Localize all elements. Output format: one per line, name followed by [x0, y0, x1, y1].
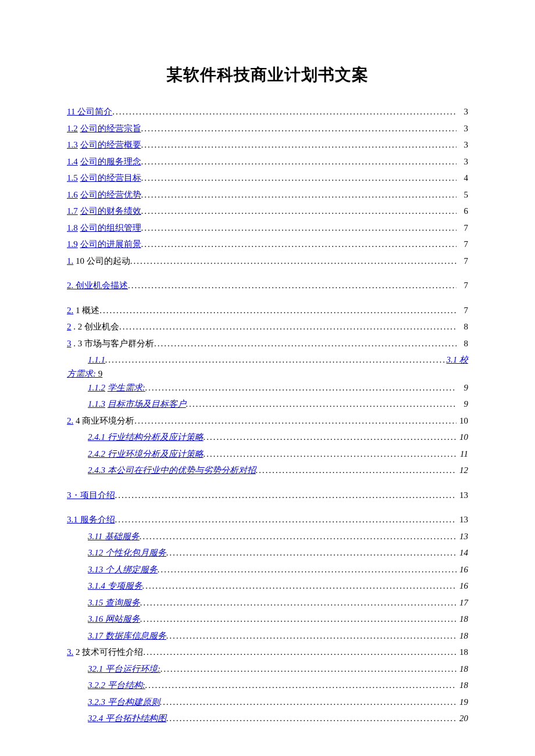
toc-entry: 1.4 公司的服务理念3 [67, 153, 468, 170]
toc-page-number: 10 [456, 429, 468, 446]
toc-page-number: 17 [456, 594, 468, 611]
toc-link[interactable]: 公司的组织管理 [80, 223, 141, 232]
toc-entry-label: 1.1.3 目标市场及目标客户 [88, 396, 186, 413]
toc-entry-label: 3.1 服务介绍 [67, 511, 115, 528]
toc-link[interactable]: 3 [88, 664, 92, 673]
toc-link[interactable]: 3. [67, 647, 73, 657]
toc-link[interactable]: 1.7 [67, 206, 78, 216]
toc-link[interactable]: 1.2 [67, 124, 78, 133]
document-page: 某软件科技商业计划书文案 11 公司简介31.2 公司的经营宗旨31.3 公司的… [0, 0, 535, 756]
toc-link[interactable]: 3 [67, 339, 72, 348]
toc-entry-label: 1. 10 公司的起动 [67, 253, 130, 270]
toc-entry: 2.4.3 本公司在行业中的优势与劣势分析对招12 [67, 462, 468, 479]
toc-entry-label: 1.4 公司的服务理念 [67, 153, 141, 170]
toc-label-plain: . 2 创业机会 [72, 322, 120, 331]
toc-link[interactable]: 3.1.4 专项服务 [88, 581, 142, 590]
toc-link[interactable]: 公司的经营宗旨 [80, 124, 141, 133]
toc-entry: 3.17 数据库信息服务18 [67, 628, 468, 644]
toc-link[interactable]: 3.16 网站服务 [88, 614, 140, 624]
toc-link[interactable]: 1.9 [67, 239, 78, 249]
toc-page-number: 7 [456, 253, 468, 270]
toc-leader-dots [256, 462, 456, 479]
toc-link[interactable]: 2.4.1 行业结构分析及应计策略 [88, 432, 204, 442]
toc-link[interactable]: 2. [67, 306, 73, 315]
toc-link[interactable]: 3.17 数据库信息服务 [88, 631, 166, 640]
toc-entry-label: 3.1.4 专项服务 [88, 578, 142, 594]
toc-leader-dots [141, 137, 457, 153]
toc-link[interactable]: 1.1.1 [88, 355, 105, 364]
toc-link[interactable]: 1.6 [67, 190, 78, 199]
toc-link[interactable]: 2.4 平台拓扑结构图 [92, 714, 167, 723]
toc-entry-label: 2.4.2 行业环境分析及应计策略 [88, 446, 204, 463]
toc-entry-label: 1.3 公司的经营概要 [67, 137, 141, 153]
toc-page-number: 19 [456, 694, 468, 711]
toc-link[interactable]: 3・项目介绍 [67, 490, 115, 500]
toc-entry: 1. 10 公司的起动7 [67, 253, 468, 270]
toc-entry: 1.1.2 学生需求:9 [67, 379, 468, 396]
toc-leader-dots [142, 578, 456, 594]
toc-link[interactable]: 3.2.2 平台结构: [88, 680, 145, 690]
toc-link[interactable]: 1.1.2 [88, 383, 105, 392]
toc-link[interactable]: 3.11 基础服务 [88, 532, 140, 541]
toc-entry: 1.7 公司的财务绩效6 [67, 203, 468, 220]
toc-link[interactable]: 3.2.3 平台构建原则 [88, 697, 160, 707]
toc-link[interactable]: 3.12 个性化包月服务 [88, 548, 166, 557]
toc-link[interactable]: 3.1 服务介绍 [67, 515, 115, 524]
toc-page-number: 3 [456, 137, 468, 153]
toc-link[interactable]: 方需求: [67, 369, 96, 378]
toc-link[interactable]: 目标市场及目标客户 [108, 399, 186, 409]
toc-link[interactable]: 公司的服务理念 [80, 157, 141, 166]
toc-page-number: 4 [456, 170, 468, 187]
toc-link[interactable]: 公司的进展前景 [80, 239, 141, 249]
toc-entry-label: 3.15 查询服务 [88, 594, 140, 611]
toc-entry-label: 3.11 基础服务 [88, 528, 140, 545]
toc-link[interactable]: 3 [88, 714, 92, 723]
toc-link[interactable]: 2. 创业机会描述 [67, 281, 128, 290]
toc-entry: 1.3 公司的经营概要3 [67, 137, 468, 153]
toc-link[interactable]: 2.1 平台运行环境: [92, 664, 161, 673]
toc-link[interactable]: 公司的经营目标 [80, 173, 141, 182]
toc-entry-label: 1.8 公司的组织管理 [67, 220, 141, 237]
toc-link[interactable]: 2 [67, 322, 72, 331]
toc-leader-dots [166, 710, 456, 727]
toc-link[interactable]: 公司的经营概要 [80, 140, 141, 149]
toc-page-number: 11 [456, 446, 468, 463]
toc-link[interactable]: 公司的财务绩效 [80, 206, 141, 216]
toc-entry: 2 . 2 创业机会8 [67, 318, 468, 335]
toc-link[interactable]: 学生需求: [108, 383, 145, 392]
toc-link[interactable]: 2.4.2 行业环境分析及应计策略 [88, 449, 204, 458]
toc-link[interactable]: 1. [67, 256, 73, 266]
toc-link[interactable]: 3.13 个人绑定服务 [88, 565, 158, 574]
toc-label-plain: 10 公司的起动 [73, 256, 130, 266]
toc-leader-dots [99, 302, 456, 319]
toc-link[interactable]: 1.1.3 [88, 399, 105, 409]
toc-entry-label: 1.7 公司的财务绩效 [67, 203, 141, 220]
toc-link[interactable]: 2.4.3 本公司在行业中的优势与劣势分析对招 [88, 465, 256, 475]
toc-entry: 3.16 网站服务18 [67, 611, 468, 628]
toc-link[interactable]: 公司的经营优势 [80, 190, 141, 199]
toc-page-number: 13 [456, 511, 468, 528]
toc-entry: 3.11 基础服务13 [67, 528, 468, 545]
toc-link[interactable]: 1.5 [67, 173, 78, 182]
toc-entry: 3.12 个性化包月服务14 [67, 544, 468, 561]
toc-link[interactable]: 3.1 校 [447, 355, 469, 364]
toc-link[interactable]: 2. [67, 416, 73, 425]
toc-leader-dots [112, 103, 456, 120]
toc-entry: 2. 1 概述7 [67, 302, 468, 319]
toc-entry: 1.9 公司的进展前景7 [67, 236, 468, 253]
toc-link[interactable]: 1.3 [67, 140, 78, 149]
toc-page-number: 12 [456, 462, 468, 479]
toc-leader-dots [154, 335, 456, 352]
toc-entry: 2. 创业机会描述7 [67, 277, 468, 294]
toc-entry-label: 3.13 个人绑定服务 [88, 561, 158, 578]
toc-link[interactable]: 3.15 查询服务 [88, 598, 140, 607]
toc-leader-dots [143, 644, 456, 661]
toc-link[interactable]: 1.8 [67, 223, 78, 232]
toc-leader-dots [166, 544, 456, 561]
toc-leader-dots [141, 236, 457, 253]
toc-leader-dots [204, 429, 456, 446]
toc-entry-label: 1.1.2 学生需求: [88, 379, 145, 396]
toc-leader-dots [141, 120, 457, 137]
toc-link[interactable]: 1.4 [67, 157, 78, 166]
toc-link[interactable]: 11 公司简介 [67, 107, 112, 116]
